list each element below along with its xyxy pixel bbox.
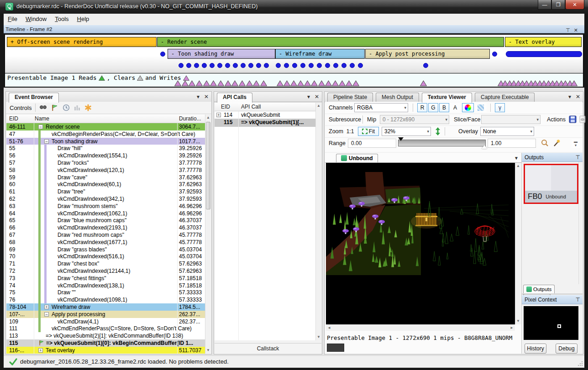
event-row-64[interactable]: 64vkCmdDrawIndexed(1062,1)46.96296	[6, 210, 205, 217]
write-triangle-marker[interactable]	[318, 80, 325, 86]
event-row-55[interactable]: 55Draw "hill"39.25926	[6, 145, 205, 152]
write-triangle-marker[interactable]	[277, 80, 284, 86]
collapse-toggle[interactable]: −	[38, 125, 43, 129]
minimize-button[interactable]: —	[538, 0, 551, 10]
close-button[interactable]: ✕	[565, 0, 584, 10]
texture-tab-dropdown[interactable]: ▼	[514, 156, 519, 161]
slice-face-select[interactable]: ▾	[481, 115, 541, 124]
write-triangle-marker[interactable]	[196, 80, 203, 86]
close-icon[interactable]: ✕	[204, 94, 209, 100]
zoom-1-1-button[interactable]: 1:1	[344, 127, 356, 136]
event-row-62[interactable]: 62vkCmdDrawIndexed(342,1)37.92593	[6, 195, 205, 203]
write-triangle-marker[interactable]	[352, 80, 359, 86]
menu-help[interactable]: Help	[73, 14, 94, 24]
range-slider[interactable]	[398, 140, 486, 146]
draw-dot[interactable]	[217, 63, 222, 68]
title-bar[interactable]: debugmarker.rdc - RenderDoc Unofficial r…	[0, 0, 588, 14]
draw-dot[interactable]	[241, 63, 246, 68]
event-row-76[interactable]: 76vkCmdDrawIndexed(1098,1)57.33333	[6, 296, 205, 303]
event-row-69[interactable]: 69Draw "grass blades"45.03704	[6, 246, 205, 253]
timeline-marker-bar[interactable]: - Toon shading draw	[168, 49, 275, 59]
event-row-66[interactable]: 66vkCmdDrawIndexed(2193,1)46.37037	[6, 224, 205, 231]
checker-backdrop-button[interactable]	[475, 103, 487, 112]
expand-toggle[interactable]: +	[44, 305, 49, 309]
event-row-71[interactable]: 71Draw "chest box"57.62963	[6, 260, 205, 267]
event-row-74[interactable]: 74vkCmdDrawIndexed(138,1)57.18518	[6, 282, 205, 289]
mip-select[interactable]: 0 - 1272x690▾	[380, 115, 449, 124]
draw-dot[interactable]	[492, 52, 497, 57]
write-triangle-marker[interactable]	[325, 80, 332, 86]
write-triangle-marker[interactable]	[174, 80, 181, 86]
draw-dot[interactable]	[325, 63, 330, 68]
colorwheel-button[interactable]	[462, 103, 474, 112]
event-row-61[interactable]: 61Draw "tree"37.92593	[6, 188, 205, 195]
tab-capture-executable[interactable]: Capture Executable	[475, 93, 535, 102]
write-triangle-marker[interactable]	[339, 80, 346, 86]
event-row-115[interactable]: 115=> vkQueueSubmit(1)[0]: vkBeginComman…	[6, 339, 205, 347]
write-triangle-marker[interactable]	[225, 80, 231, 86]
write-triangle-marker[interactable]	[290, 80, 297, 86]
write-triangle-marker[interactable]	[346, 80, 352, 86]
write-triangle-marker[interactable]	[297, 80, 304, 86]
draw-dot[interactable]	[210, 63, 215, 68]
history-button[interactable]: History	[525, 344, 546, 354]
event-row-113[interactable]: 113=> vkQueueSubmit(2)[1]: vkEndCommandB…	[6, 332, 205, 339]
event-row-72[interactable]: 72vkCmdDrawIndexed(12144,1)57.62963	[6, 267, 205, 275]
collapse-toggle[interactable]: −	[44, 139, 49, 144]
draw-dot[interactable]	[160, 52, 165, 57]
draw-dot[interactable]	[202, 63, 207, 68]
event-row-70[interactable]: 70vkCmdDrawIndexed(516,1)45.03704	[6, 253, 205, 260]
event-row-111[interactable]: 111vkCmdEndRenderPass(C=Store, D=Store, …	[6, 325, 205, 332]
channel-a-button[interactable]: A	[450, 103, 460, 112]
draw-dot[interactable]	[284, 63, 289, 68]
output-fb0-thumbnail[interactable]: FB0 Unbound	[524, 164, 578, 204]
write-triangle-marker[interactable]	[246, 80, 253, 86]
api-calls-header[interactable]: EID API Call	[215, 103, 315, 111]
event-row-63[interactable]: 63Draw "mushroom stems"46.96296	[6, 203, 205, 210]
event-row-107-...[interactable]: 107-...−Apply post processing262.37...	[6, 311, 205, 318]
bookmark-flag-icon[interactable]	[51, 104, 59, 111]
pin-icon[interactable]: ⊤	[576, 153, 580, 162]
open-resource-icon[interactable]	[579, 115, 587, 124]
event-row-78-104[interactable]: 78-104+Wireframe draw1784.5...	[6, 303, 205, 311]
draw-dot[interactable]	[292, 63, 297, 68]
maximize-button[interactable]: ❐	[551, 0, 565, 10]
menu-window[interactable]: Window	[21, 14, 51, 24]
find-icon[interactable]	[39, 104, 47, 111]
tab-pipeline-state[interactable]: Pipeline State	[327, 93, 373, 102]
texture-tab-unbound[interactable]: Unbound	[336, 154, 378, 163]
api-row-115[interactable]: 115=> vkQueueSubmit(1)[...	[215, 119, 315, 127]
overlay-select[interactable]: None▾	[480, 127, 534, 136]
draw-dot[interactable]	[423, 63, 428, 68]
timeline-marker-bar[interactable]: - Text overlay	[505, 37, 582, 47]
write-triangle-marker[interactable]	[203, 80, 210, 86]
tab-event-browser[interactable]: Event Browser	[9, 93, 59, 103]
event-row-116-...[interactable]: 116-...+Text overlay511.7037	[6, 347, 205, 354]
write-triangle-marker[interactable]	[304, 80, 311, 86]
api-row-114[interactable]: +114vkQueueSubmit	[215, 111, 315, 119]
debug-button[interactable]: Debug	[556, 344, 578, 354]
tab-outputs[interactable]: Outputs	[523, 285, 555, 293]
texture-hscrollbar[interactable]: ◄►	[326, 324, 515, 331]
chevron-down-icon[interactable]: ▾	[197, 94, 200, 100]
draw-dot[interactable]	[309, 63, 314, 68]
event-row-59[interactable]: 59Draw "cave"37.62963	[6, 174, 205, 181]
draw-dot[interactable]	[350, 63, 355, 68]
draw-dot[interactable]	[358, 63, 363, 68]
range-black-point-handle[interactable]	[398, 137, 404, 141]
event-row-73[interactable]: 73Draw "chest fittings"57.18518	[6, 275, 205, 282]
timeline-resource-strip[interactable]: Presentable Image 1 Reads , Clears and W…	[5, 73, 583, 87]
outputs-header[interactable]: Outputs ⊤	[522, 153, 583, 162]
event-row-60[interactable]: 60vkCmdDrawIndexed(60,1)37.62963	[6, 181, 205, 188]
write-triangle-marker[interactable]	[284, 80, 290, 86]
draw-dot[interactable]	[178, 63, 184, 68]
resize-grip[interactable]	[578, 361, 583, 366]
write-triangle-marker[interactable]	[332, 80, 339, 86]
channel-g-button[interactable]: G	[428, 103, 438, 112]
callstack-section[interactable]: Callstack	[215, 343, 321, 354]
timeline-body[interactable]: + Off-screen scene rendering- Render sce…	[5, 34, 583, 73]
expand-toggle[interactable]: +	[38, 348, 43, 353]
draw-dot[interactable]	[264, 63, 269, 68]
toolbar-overflow-button[interactable]: ▬▾	[572, 139, 580, 148]
timings-clock-icon[interactable]	[63, 104, 70, 111]
